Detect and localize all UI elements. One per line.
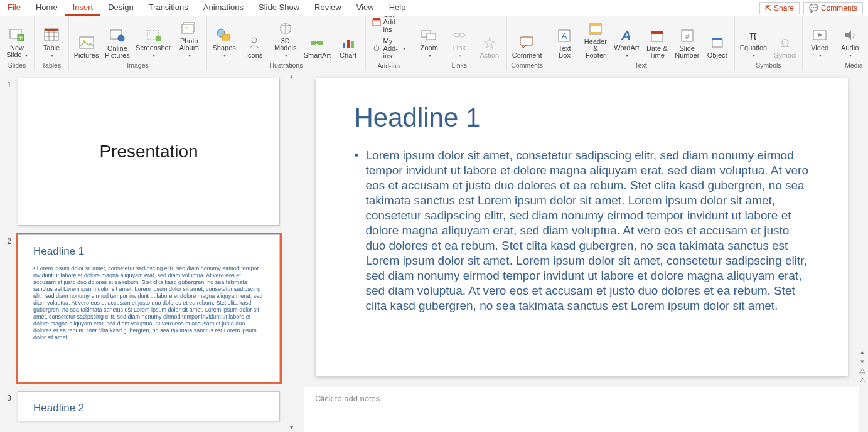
smartart-label: SmartArt bbox=[304, 52, 331, 59]
photo-album-button[interactable]: PhotoAlbum ▾ bbox=[175, 19, 203, 60]
tab-view[interactable]: View bbox=[349, 0, 382, 16]
svg-rect-45 bbox=[590, 32, 601, 34]
tab-slideshow[interactable]: Slide Show bbox=[251, 0, 307, 16]
video-icon bbox=[811, 27, 828, 43]
wordart-button[interactable]: A WordArt▾ bbox=[613, 26, 640, 60]
date-time-button[interactable]: Date &Time bbox=[644, 26, 670, 60]
object-button[interactable]: Object bbox=[704, 33, 731, 60]
share-button[interactable]: ⇱Share bbox=[759, 2, 800, 14]
editor-scrollbar[interactable]: ▴ ▾ ⧋ ⧊ bbox=[858, 71, 867, 387]
textbox-icon: A bbox=[555, 28, 573, 44]
svg-rect-52 bbox=[712, 38, 722, 40]
object-label: Object bbox=[707, 52, 727, 59]
group-text-label: Text bbox=[635, 60, 646, 70]
link-label: Link▾ bbox=[453, 45, 466, 59]
audio-button[interactable]: Audio▾ bbox=[837, 26, 863, 60]
svg-marker-57 bbox=[845, 31, 851, 40]
equation-label: Equation▾ bbox=[740, 45, 767, 59]
svg-rect-9 bbox=[45, 29, 58, 31]
table-button[interactable]: Table▾ bbox=[38, 26, 65, 60]
svg-text:A: A bbox=[562, 31, 567, 41]
3d-models-icon bbox=[277, 20, 294, 36]
shapes-icon bbox=[215, 27, 233, 43]
tab-review[interactable]: Review bbox=[307, 0, 349, 16]
tab-transitions[interactable]: Transitions bbox=[141, 0, 196, 16]
group-symbols-label: Symbols bbox=[756, 60, 781, 70]
scroll-up-icon[interactable]: ▴ bbox=[290, 71, 293, 81]
group-links: Zoom▾ Link▾ Action Links bbox=[412, 16, 507, 71]
icons-button[interactable]: Icons bbox=[241, 33, 267, 60]
comments-button[interactable]: 💬Comments bbox=[803, 2, 863, 14]
symbol-button: Ω Symbol bbox=[772, 33, 798, 60]
3d-models-button[interactable]: 3DModels ▾ bbox=[271, 19, 299, 60]
chart-button[interactable]: Chart bbox=[335, 33, 362, 60]
zoom-label: Zoom▾ bbox=[421, 45, 438, 59]
new-slide-icon bbox=[8, 27, 26, 43]
ribbon: NewSlide ▾ Slides Table▾ Tables Pictures… bbox=[0, 16, 868, 71]
group-slides-label: Slides bbox=[8, 60, 26, 70]
editor-wrap: Headline 1 Lorem ipsum dolor sit amet, c… bbox=[295, 71, 868, 432]
thumbnails-scrollbar[interactable]: ▴ ▾ bbox=[288, 71, 294, 432]
table-label: Table▾ bbox=[43, 45, 60, 59]
screenshot-button[interactable]: Screenshot▾ bbox=[134, 26, 171, 60]
svg-rect-44 bbox=[590, 23, 601, 26]
svg-rect-51 bbox=[712, 40, 722, 47]
smartart-button[interactable]: SmartArt bbox=[303, 33, 331, 60]
chevron-down-icon: ▾ bbox=[403, 46, 405, 51]
audio-icon bbox=[841, 27, 859, 43]
equation-button[interactable]: π Equation▾ bbox=[739, 26, 768, 60]
svg-text:Ω: Ω bbox=[781, 37, 789, 50]
symbol-label: Symbol bbox=[774, 52, 797, 59]
comment-button[interactable]: Comment bbox=[511, 33, 544, 60]
thumbnail-slide-3[interactable]: Headline 2 bbox=[18, 391, 280, 421]
svg-marker-40 bbox=[523, 45, 526, 48]
tab-design[interactable]: Design bbox=[100, 0, 141, 16]
new-slide-button[interactable]: NewSlide ▾ bbox=[4, 26, 30, 60]
comment-icon: 💬 bbox=[809, 4, 818, 13]
group-images-label: Images bbox=[127, 60, 148, 70]
slide-heading[interactable]: Headline 1 bbox=[355, 103, 809, 133]
group-addins: Get Add-ins My Add-ins▾ Add-ins bbox=[366, 16, 412, 71]
audio-label: Audio▾ bbox=[841, 45, 859, 59]
scroll-down-icon[interactable]: ▾ bbox=[290, 423, 293, 432]
photo-album-label: PhotoAlbum ▾ bbox=[176, 38, 201, 59]
chart-icon bbox=[340, 34, 357, 51]
svg-rect-20 bbox=[222, 34, 230, 40]
main-area: 1 Presentation 2 Headline 1 Lorem ipsum … bbox=[0, 71, 868, 432]
tab-help[interactable]: Help bbox=[382, 0, 414, 16]
svg-rect-28 bbox=[343, 43, 345, 48]
group-slides: NewSlide ▾ Slides bbox=[0, 16, 35, 71]
tab-file[interactable]: File bbox=[0, 0, 28, 16]
my-addins-icon bbox=[372, 43, 381, 53]
scroll-up-icon[interactable]: ▴ bbox=[860, 348, 864, 356]
next-slide-icon[interactable]: ⧊ bbox=[860, 376, 865, 384]
new-slide-label: NewSlide ▾ bbox=[6, 45, 28, 59]
pictures-button[interactable]: Pictures bbox=[73, 33, 100, 60]
slide-number-button[interactable]: # SlideNumber bbox=[674, 26, 700, 60]
prev-slide-icon[interactable]: ⧋ bbox=[859, 367, 865, 375]
tab-animations[interactable]: Animations bbox=[196, 0, 251, 16]
thumbnail-slide-1[interactable]: Presentation bbox=[18, 78, 280, 226]
tab-home[interactable]: Home bbox=[28, 0, 65, 16]
my-addins-button[interactable]: My Add-ins▾ bbox=[370, 36, 408, 61]
group-illustrations-label: Illustrations bbox=[269, 60, 303, 70]
current-slide[interactable]: Headline 1 Lorem ipsum dolor sit amet, c… bbox=[316, 78, 848, 376]
svg-marker-27 bbox=[316, 41, 318, 45]
video-button[interactable]: Video▾ bbox=[806, 26, 833, 60]
group-symbols: π Equation▾ Ω Symbol Symbols bbox=[735, 16, 803, 71]
shapes-label: Shapes▾ bbox=[213, 45, 236, 59]
scroll-down-icon[interactable]: ▾ bbox=[860, 357, 864, 366]
thumbnail-slide-2[interactable]: Headline 1 Lorem ipsum dolor sit amet, c… bbox=[18, 234, 280, 382]
thumb-number-1: 1 bbox=[0, 78, 14, 89]
thumb-3-heading: Headline 2 bbox=[33, 402, 264, 414]
wordart-icon: A bbox=[618, 27, 635, 43]
tab-insert[interactable]: Insert bbox=[65, 0, 101, 16]
shapes-button[interactable]: Shapes▾ bbox=[211, 26, 237, 60]
textbox-button[interactable]: A TextBox bbox=[551, 26, 577, 60]
online-pictures-button[interactable]: OnlinePictures bbox=[104, 26, 131, 60]
header-footer-button[interactable]: Header& Footer bbox=[581, 19, 609, 60]
slide-body-text[interactable]: Lorem ipsum dolor sit amet, consetetur s… bbox=[355, 148, 809, 313]
svg-rect-31 bbox=[373, 20, 380, 26]
notes-pane[interactable]: Click to add notes bbox=[304, 387, 859, 432]
zoom-button[interactable]: Zoom▾ bbox=[416, 26, 442, 60]
